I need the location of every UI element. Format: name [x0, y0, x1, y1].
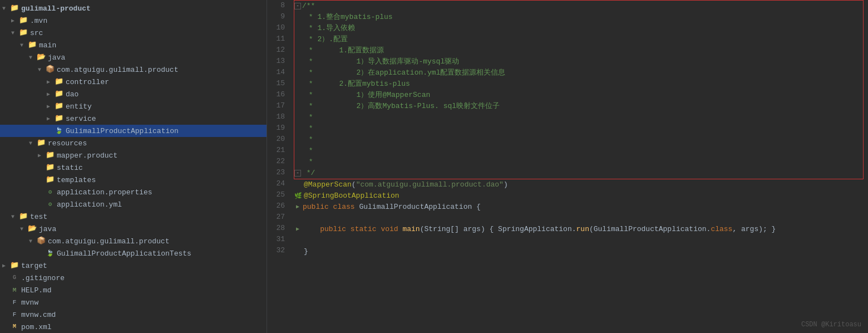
src-folder-icon: 📂 — [28, 224, 37, 233]
run-button[interactable]: ▶ — [294, 226, 302, 233]
run-button[interactable]: ▶ — [294, 203, 302, 211]
line-number-22: 22 — [272, 156, 285, 167]
folder-icon: 📁 — [19, 28, 28, 37]
comment-text: * 1）导入数据库驱动-mysql驱动 — [304, 56, 459, 67]
tree-item-mvnw[interactable]: Fmvnw — [0, 296, 267, 308]
tree-label-mvnw-cmd: mvnw.cmd — [21, 311, 56, 319]
tree-item-mvn[interactable]: 📁.mvn — [0, 14, 267, 27]
tree-item-templates[interactable]: 📁templates — [0, 174, 267, 186]
tree-label-test-java: java — [39, 225, 56, 233]
tree-item-java[interactable]: 📂java — [0, 51, 267, 63]
line-number-16: 16 — [272, 89, 285, 100]
tree-arrow — [29, 238, 37, 244]
spring-class-icon: 🍃 — [55, 126, 63, 135]
folder-icon: 📁 — [19, 212, 28, 221]
code-line-21: * — [294, 145, 863, 156]
line-number-24: 24 — [272, 178, 285, 189]
folder-icon: 📁 — [37, 139, 46, 148]
tree-label-test: test — [30, 213, 47, 221]
tree-label-mapper-product: mapper.product — [57, 151, 117, 160]
line-number-27: 27 — [272, 212, 285, 223]
package-icon: 📦 — [46, 65, 55, 74]
tree-item-GulimallProductApplicationTests[interactable]: 🍃GulimallProductApplicationTests — [0, 247, 267, 259]
file-tree[interactable]: 📁gulimall-product📁.mvn📁src📁main📂java📦com… — [0, 0, 267, 333]
static-kw: static — [351, 224, 381, 235]
run-method: run — [576, 224, 589, 235]
fold-button[interactable]: - — [294, 170, 301, 177]
watermark: CSDN @Kiritoasu — [801, 321, 861, 329]
code-line-25: 🌿@SpringBootApplication — [294, 190, 864, 202]
code-editor: 8910111213141516171819202122232425262728… — [267, 0, 868, 333]
tree-arrow — [47, 103, 55, 110]
line-number-23: 23 — [272, 167, 285, 178]
tree-arrow — [2, 6, 10, 12]
tree-item-gitignore[interactable]: G.gitignore — [0, 272, 267, 284]
tree-arrow — [20, 42, 28, 48]
public-kw: public — [303, 224, 351, 235]
tree-item-static[interactable]: 📁static — [0, 161, 267, 174]
folder-icon: 📁 — [28, 41, 37, 50]
tree-label-com-atguigu: com.atguigu.gulimall.product — [57, 66, 178, 74]
comment-text: * 1.配置数据源 — [304, 45, 384, 56]
code-line-9: * 1.整合mybatis-plus — [294, 12, 863, 23]
tree-item-entity[interactable]: 📁entity — [0, 100, 267, 112]
comment-text: * — [304, 145, 313, 156]
comment-text: /** — [302, 1, 315, 12]
line-number-8: 8 — [272, 0, 285, 11]
line-number-14: 14 — [272, 67, 285, 78]
annotation-parens: ( — [352, 179, 356, 190]
xml-icon: M — [10, 322, 19, 331]
line-number-10: 10 — [272, 22, 285, 33]
tree-label-GulimallProductApplication: GulimallProductApplication — [66, 127, 179, 135]
springboot-annotation: @SpringBootApplication — [304, 190, 400, 202]
tree-item-test-java[interactable]: 📂java — [0, 223, 267, 235]
tree-item-dao[interactable]: 📁dao — [0, 88, 267, 100]
tree-label-resources: resources — [48, 139, 87, 148]
tree-arrow — [11, 17, 19, 24]
line-number-21: 21 — [272, 145, 285, 156]
tree-item-gulimall-product[interactable]: 📁gulimall-product — [0, 2, 267, 14]
line-number-28: 28 — [272, 223, 285, 234]
tree-arrow — [11, 214, 19, 220]
params: (String[] args) { SpringApplication. — [420, 224, 576, 235]
line-number-18: 18 — [272, 111, 285, 123]
tree-item-GulimallProductApplication[interactable]: 🍃GulimallProductApplication — [0, 125, 267, 137]
tree-label-application.yml: application.yml — [57, 200, 122, 209]
tree-item-mapper-product[interactable]: 📁mapper.product — [0, 149, 267, 161]
tree-item-test[interactable]: 📁test — [0, 210, 267, 223]
tree-item-resources[interactable]: 📁resources — [0, 137, 267, 149]
code-line-27 — [294, 213, 864, 224]
tree-label-src: src — [30, 29, 43, 37]
tree-item-com-atguigu[interactable]: 📦com.atguigu.gulimall.product — [0, 63, 267, 76]
tree-label-dao: dao — [66, 90, 78, 99]
tree-label-entity: entity — [66, 102, 92, 111]
comment-text: * 2）在application.yml配置数据源相关信息 — [304, 67, 505, 79]
comment-text: */ — [302, 168, 315, 179]
tree-item-test-com[interactable]: 📦com.atguigu.gulimall.product — [0, 235, 267, 247]
line-number-12: 12 — [272, 45, 285, 56]
tree-item-HELP[interactable]: MHELP.md — [0, 284, 267, 296]
tree-item-controller[interactable]: 📁controller — [0, 76, 267, 88]
md-icon: M — [10, 286, 19, 295]
tree-item-main[interactable]: 📁main — [0, 39, 267, 51]
tree-item-service[interactable]: 📁service — [0, 112, 267, 125]
tree-label-service: service — [66, 115, 96, 123]
comment-text: * 2）.配置 — [304, 34, 348, 45]
tree-label-templates: templates — [57, 176, 96, 184]
tree-arrow — [2, 262, 10, 269]
fold-button[interactable]: - — [294, 3, 301, 9]
code-line-10: * 1.导入依赖 — [294, 23, 863, 34]
tree-item-application.properties[interactable]: ⚙application.properties — [0, 186, 267, 198]
tree-item-pom[interactable]: Mpom.xml — [0, 321, 267, 333]
tree-item-application.yml[interactable]: ⚙application.yml — [0, 198, 267, 210]
code-line-32: } — [294, 246, 864, 257]
tree-arrow — [29, 140, 37, 146]
run-args: (GulimallProductApplication. — [589, 224, 711, 235]
tree-item-mvnw-cmd[interactable]: Fmvnw.cmd — [0, 308, 267, 321]
line-number-19: 19 — [272, 123, 285, 134]
tree-item-target[interactable]: 📁target — [0, 259, 267, 272]
code-line-28: ▶ public static void main(String[] args)… — [294, 224, 864, 235]
closing-brace: } — [304, 246, 308, 257]
comment-text: * — [304, 112, 313, 123]
tree-item-src[interactable]: 📁src — [0, 27, 267, 39]
